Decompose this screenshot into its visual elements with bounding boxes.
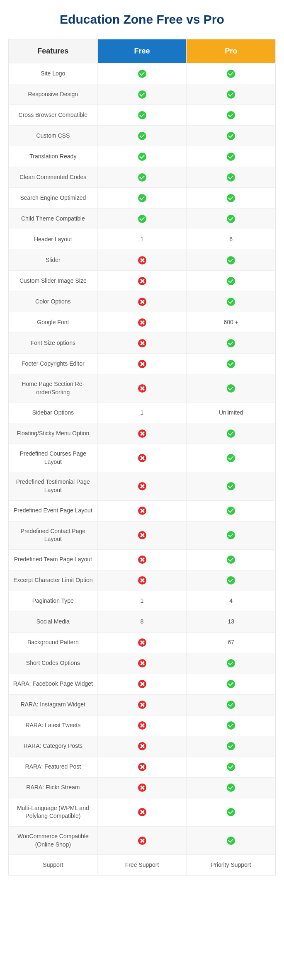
header-pro: Pro: [187, 39, 275, 63]
table-row: Google Font600 +: [9, 312, 275, 332]
free-cell: [98, 188, 187, 208]
feature-name-cell: Predefined Team Page Layout: [9, 550, 98, 570]
pro-cell: [187, 736, 275, 757]
free-cell: 1: [98, 591, 187, 611]
free-cell: [98, 716, 187, 736]
feature-name-cell: Predefined Contact Page Layout: [9, 522, 98, 549]
table-row: Custom Slider Image Size: [9, 270, 275, 291]
check-icon: [138, 70, 146, 78]
pro-cell: [187, 291, 275, 312]
free-cell: [98, 354, 187, 374]
free-cell: [98, 633, 187, 653]
check-icon: [138, 153, 146, 161]
cross-icon: [138, 701, 146, 709]
free-cell: [98, 374, 187, 402]
header-free: Free: [98, 39, 187, 63]
free-cell: [98, 472, 187, 500]
free-cell: [98, 653, 187, 674]
pro-cell: [187, 333, 275, 353]
check-icon: [227, 429, 235, 438]
cross-icon: [138, 482, 146, 490]
table-row: Footer Copyrights Editor: [9, 353, 275, 374]
free-cell: [98, 423, 187, 444]
page-title: Education Zone Free vs Pro: [8, 12, 276, 27]
cross-icon: [138, 318, 146, 327]
comparison-table: Features Free Pro Site LogoResponsive De…: [8, 39, 276, 876]
free-cell: [98, 105, 187, 125]
table-body: Site LogoResponsive DesignCross Browser …: [9, 63, 275, 875]
check-icon: [227, 384, 235, 393]
pro-cell: [187, 716, 275, 736]
check-icon: [138, 173, 146, 182]
check-icon: [227, 837, 235, 845]
free-cell: [98, 291, 187, 312]
check-icon: [227, 339, 235, 347]
pro-cell: [187, 271, 275, 291]
free-cell: [98, 333, 187, 353]
check-icon: [227, 277, 235, 285]
cross-icon: [138, 659, 146, 667]
feature-name-cell: Search Engine Optimized: [9, 188, 98, 208]
cross-icon: [138, 454, 146, 462]
check-icon: [227, 132, 235, 140]
table-row: Predefined Event Page Layout: [9, 500, 275, 521]
pro-cell: [187, 522, 275, 549]
check-icon: [227, 507, 235, 515]
pro-cell: [187, 674, 275, 694]
feature-name-cell: Custom Slider Image Size: [9, 271, 98, 291]
cell-text: Free Support: [125, 861, 159, 869]
table-row: Child Theme Compatible: [9, 208, 275, 229]
feature-name-cell: Support: [9, 855, 98, 875]
check-icon: [227, 70, 235, 78]
table-row: Predefined Team Page Layout: [9, 549, 275, 570]
feature-name-cell: Custom CSS: [9, 126, 98, 146]
table-row: Predefined Contact Page Layout: [9, 521, 275, 549]
free-cell: [98, 84, 187, 104]
table-row: Header Layout16: [9, 229, 275, 250]
feature-name-cell: Floating/Sticky Menu Option: [9, 423, 98, 444]
pro-cell: [187, 105, 275, 125]
feature-name-cell: Multi-Language (WPML and Polylang Compat…: [9, 798, 98, 826]
table-row: Color Options: [9, 291, 275, 312]
table-row: RARA: Facebook Page Widget: [9, 674, 275, 694]
pro-cell: [187, 444, 275, 472]
cross-icon: [138, 507, 146, 515]
free-cell: [98, 674, 187, 694]
feature-name-cell: Font Size options: [9, 333, 98, 353]
cross-icon: [138, 256, 146, 264]
feature-name-cell: Social Media: [9, 612, 98, 632]
feature-name-cell: Translation Ready: [9, 146, 98, 167]
table-row: RARA: Instagram Widget: [9, 694, 275, 715]
table-row: Multi-Language (WPML and Polylang Compat…: [9, 798, 275, 826]
feature-name-cell: Header Layout: [9, 229, 98, 250]
check-icon: [227, 808, 235, 816]
free-cell: [98, 63, 187, 84]
feature-name-cell: RARA: Instagram Widget: [9, 695, 98, 715]
table-row: Pagination Type14: [9, 591, 275, 611]
table-header-row: Features Free Pro: [9, 39, 275, 63]
free-cell: [98, 312, 187, 332]
check-icon: [138, 194, 146, 202]
feature-name-cell: Site Logo: [9, 63, 98, 84]
feature-name-cell: RARA: Flickr Stream: [9, 778, 98, 798]
table-row: Site Logo: [9, 63, 275, 84]
pro-cell: [187, 827, 275, 854]
free-cell: [98, 501, 187, 521]
pro-cell: 13: [187, 612, 275, 632]
cross-icon: [138, 384, 146, 393]
pro-cell: 4: [187, 591, 275, 611]
table-row: Responsive Design: [9, 84, 275, 104]
pro-cell: [187, 188, 275, 208]
feature-name-cell: Home Page Section Re-order/Sorting: [9, 374, 98, 402]
feature-name-cell: Sidebar Options: [9, 403, 98, 423]
feature-name-cell: Predefined Courses Page Layout: [9, 444, 98, 472]
check-icon: [227, 531, 235, 539]
free-cell: [98, 827, 187, 854]
check-icon: [227, 721, 235, 730]
table-row: Background Pattern67: [9, 632, 275, 653]
check-icon: [227, 763, 235, 771]
feature-name-cell: Responsive Design: [9, 84, 98, 104]
cross-icon: [138, 680, 146, 688]
free-cell: [98, 778, 187, 798]
check-icon: [227, 680, 235, 688]
